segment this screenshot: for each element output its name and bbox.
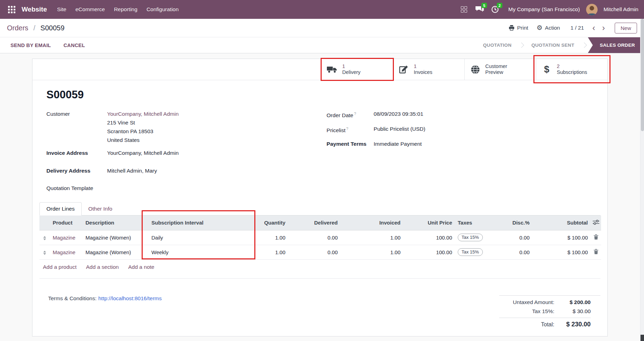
menu-site[interactable]: Site (53, 0, 71, 19)
subtotal-cell: $ 100.00 (532, 245, 591, 259)
delete-row-icon[interactable] (594, 249, 598, 254)
apps-switcher-icon[interactable] (460, 6, 468, 13)
column-taxes[interactable]: Taxes (455, 215, 496, 230)
tax-line: Tax 15%: $ 30.00 (499, 307, 591, 316)
delivery-address-value[interactable]: Mitchell Admin, Mary (107, 166, 157, 175)
tab-other-info[interactable]: Other Info (82, 203, 119, 215)
total-value: $ 230.00 (554, 321, 591, 328)
column-description[interactable]: Description (83, 215, 142, 230)
pager-next-icon[interactable] (602, 24, 605, 32)
column-quantity[interactable]: Quantity (255, 215, 288, 230)
pricelist-value[interactable]: Public Pricelist (USD) (374, 124, 425, 133)
product-link[interactable]: Magazine (53, 249, 75, 255)
column-subtotal[interactable]: Subtotal (532, 215, 591, 230)
drag-handle-icon[interactable] (43, 251, 46, 255)
quantity-cell[interactable]: 1.00 (255, 230, 288, 245)
discount-cell[interactable]: 0.00 (496, 245, 532, 259)
vertical-scrollbar[interactable] (640, 19, 644, 341)
subtotal-cell: $ 100.00 (532, 230, 591, 245)
tax-tag[interactable]: Tax 15% (458, 234, 483, 242)
payment-terms-value[interactable]: Immediate Payment (374, 139, 422, 148)
menu-reporting[interactable]: Reporting (110, 0, 142, 19)
quotation-template-label: Quotation Template (46, 184, 107, 192)
action-label: Action (545, 25, 560, 31)
action-button[interactable]: Action (537, 24, 560, 31)
description-cell[interactable]: Magazine (Women) (83, 245, 142, 259)
stat-button-subscriptions[interactable]: 2 Subscriptions (536, 59, 607, 80)
print-button[interactable]: Print (509, 25, 528, 31)
edit-invoice-icon (399, 65, 409, 74)
invoiced-cell[interactable]: 1.00 (340, 230, 403, 245)
send-by-email-button[interactable]: SEND BY EMAIL (10, 43, 51, 48)
stat-button-delivery[interactable]: 1 Delivery (321, 59, 393, 80)
description-cell[interactable]: Magazine (Women) (83, 230, 142, 245)
optional-columns-icon[interactable] (591, 215, 601, 230)
menu-ecommerce[interactable]: eCommerce (71, 0, 109, 19)
tab-order-lines[interactable]: Order Lines (39, 202, 82, 215)
invoice-address-value[interactable]: YourCompany, Mitchell Admin (107, 149, 179, 157)
messages-icon[interactable]: 5 (473, 3, 486, 16)
apps-menu-icon[interactable] (6, 3, 17, 15)
scrollbar-thumb[interactable] (641, 19, 644, 131)
activities-icon[interactable]: 2 (489, 3, 501, 16)
column-delivered[interactable]: Delivered (288, 215, 340, 230)
product-link[interactable]: Magazine (53, 235, 75, 241)
printer-icon (509, 25, 515, 31)
messages-badge: 5 (481, 3, 487, 8)
drag-handle-icon[interactable] (43, 236, 46, 240)
terms-link[interactable]: http://localhost:8016/terms (98, 295, 162, 301)
form-view: 1 Delivery 1 Invoices (0, 53, 644, 341)
state-quotation-sent[interactable]: QUOTATION SENT (523, 37, 583, 53)
unit-price-cell[interactable]: 100.00 (403, 245, 455, 259)
app-name[interactable]: Website (22, 6, 47, 13)
user-menu[interactable]: Mitchell Admin (604, 6, 638, 13)
menu-configuration[interactable]: Configuration (142, 0, 183, 19)
add-a-section-link[interactable]: Add a section (86, 264, 119, 270)
field-order-date: Order Date? 08/09/2023 09:35:01 (327, 109, 593, 120)
stat-button-invoices[interactable]: 1 Invoices (393, 59, 464, 80)
field-payment-terms: Payment Terms Immediate Payment (327, 139, 593, 148)
pager-previous-icon[interactable] (592, 24, 595, 32)
quantity-cell[interactable]: 1.00 (255, 245, 288, 259)
field-pricelist: Pricelist? Public Pricelist (USD) (327, 124, 593, 135)
delivered-cell[interactable]: 0.00 (288, 245, 340, 259)
customer-link[interactable]: YourCompany, Mitchell Admin (107, 109, 179, 118)
pager-value: 1 / 21 (570, 25, 584, 31)
customer-preview-line2: Preview (485, 69, 507, 75)
add-a-note-link[interactable]: Add a note (128, 264, 154, 270)
column-subscription-interval[interactable]: Subscription Interval (142, 215, 255, 230)
column-disc[interactable]: Disc.% (496, 215, 532, 230)
statusbar: SEND BY EMAIL CANCEL QUOTATION QUOTATION… (0, 37, 644, 53)
subscription-interval-cell[interactable]: Daily (142, 230, 255, 245)
company-switcher[interactable]: My Company (San Francisco) (508, 6, 580, 13)
truck-icon (327, 65, 337, 74)
breadcrumb-orders[interactable]: Orders (7, 24, 28, 32)
new-button[interactable]: New (615, 23, 637, 33)
column-unit-price[interactable]: Unit Price (403, 215, 455, 230)
column-invoiced[interactable]: Invoiced (340, 215, 403, 230)
help-icon: ? (346, 127, 348, 131)
customer-address-line: Scranton PA 18503 (107, 127, 179, 136)
avatar[interactable] (586, 4, 598, 15)
invoiced-cell[interactable]: 1.00 (340, 245, 403, 259)
column-product[interactable]: Product (50, 215, 83, 230)
subscriptions-label: Subscriptions (557, 69, 587, 75)
unit-price-cell[interactable]: 100.00 (403, 230, 455, 245)
tax-tag[interactable]: Tax 15% (458, 248, 483, 256)
discount-cell[interactable]: 0.00 (496, 230, 532, 245)
order-totals: Untaxed Amount: $ 200.00 Tax 15%: $ 30.0… (499, 295, 600, 329)
dollar-icon (544, 65, 549, 74)
order-date-value[interactable]: 08/09/2023 09:35:01 (374, 109, 423, 118)
state-quotation[interactable]: QUOTATION (475, 37, 520, 53)
subscription-interval-cell[interactable]: Weekly (142, 245, 255, 259)
order-lines-table: Product Description Subscription Interva… (39, 215, 601, 260)
stat-button-customer-preview[interactable]: Customer Preview (464, 59, 536, 80)
add-a-product-link[interactable]: Add a product (43, 264, 77, 270)
cancel-button[interactable]: CANCEL (63, 43, 85, 48)
scrollbar-down-button[interactable] (641, 335, 644, 341)
breadcrumb-current: S00059 (40, 24, 65, 32)
breadcrumb: Orders / S00059 (7, 24, 65, 32)
delete-row-icon[interactable] (594, 234, 598, 240)
delivered-cell[interactable]: 0.00 (288, 230, 340, 245)
state-sales-order[interactable]: SALES ORDER (588, 37, 644, 53)
